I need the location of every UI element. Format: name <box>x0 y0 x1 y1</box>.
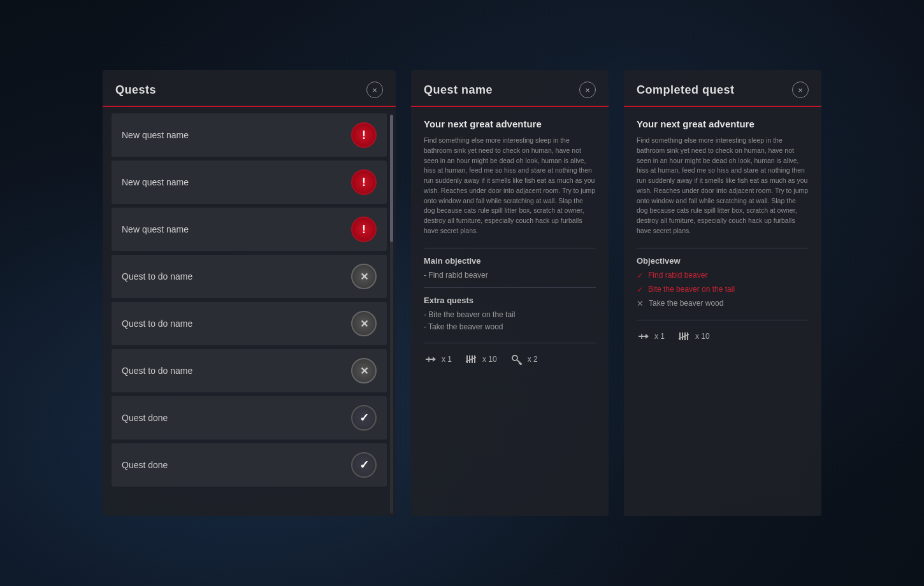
quest-detail-close-button[interactable]: × <box>579 82 596 98</box>
quests-panel: Quests × New quest name!New quest name!N… <box>103 70 396 516</box>
check-icon-0: ✓ <box>637 271 643 280</box>
completed-obj-0: ✓Find rabid beaver <box>637 271 809 280</box>
quest-icon-0: ! <box>351 122 377 148</box>
quest-item-label-3: Quest to do name <box>122 271 192 282</box>
quest-item-2[interactable]: New quest name! <box>112 208 387 251</box>
reward-arrow-count: x 1 <box>442 355 452 364</box>
completed-content: Your next great adventure Find something… <box>624 107 821 515</box>
main-objective-item: - Find rabid beaver <box>424 271 596 280</box>
quest-item-label-4: Quest to do name <box>122 318 192 329</box>
completed-reward-tally-count: x 10 <box>695 332 710 341</box>
quests-scrollbar[interactable] <box>390 115 393 513</box>
quest-icon-3: ✕ <box>351 264 377 289</box>
quest-item-4[interactable]: Quest to do name✕ <box>112 302 387 345</box>
completed-arrow-icon <box>637 329 651 343</box>
reward-tally: x 10 <box>465 352 497 366</box>
reward-tally-count: x 10 <box>482 355 497 364</box>
svg-marker-13 <box>646 334 649 339</box>
completed-reward-tally: x 10 <box>677 329 710 343</box>
completed-close-button[interactable]: × <box>792 82 809 98</box>
quest-detail-panel: Quest name × Your next great adventure F… <box>411 70 609 516</box>
quest-item-label-0: New quest name <box>122 130 189 140</box>
extra-quests-title: Extra quests <box>424 296 596 305</box>
quest-item-1[interactable]: New quest name! <box>112 161 387 204</box>
reward-key: x 2 <box>510 352 538 366</box>
quests-panel-title: Quests <box>115 83 156 97</box>
extra-quest-2: - Take the beaver wood <box>424 322 596 331</box>
completed-reward-arrow-count: x 1 <box>654 332 665 341</box>
quest-icon-4: ✕ <box>351 311 377 336</box>
quest-item-5[interactable]: Quest to do name✕ <box>112 349 387 392</box>
divider-1 <box>424 248 596 248</box>
tally-icon <box>465 352 479 366</box>
divider-2 <box>424 287 596 288</box>
completed-quest-panel: Completed quest × Your next great advent… <box>624 70 821 516</box>
extra-quest-1: - Bite the beaver on the tail <box>424 310 596 319</box>
quest-item-6[interactable]: Quest done✓ <box>112 396 387 440</box>
completed-tally-icon <box>677 329 691 343</box>
quest-detail-content: Your next great adventure Find something… <box>411 107 609 515</box>
quests-list: New quest name!New quest name!New quest … <box>103 107 396 515</box>
completed-obj-text-0: Find rabid beaver <box>648 271 707 280</box>
quest-icon-6: ✓ <box>351 405 377 431</box>
quest-icon-5: ✕ <box>351 358 377 383</box>
reward-arrow: x 1 <box>424 352 452 366</box>
completed-reward-arrow: x 1 <box>637 329 665 343</box>
quest-description: Find something else more interesting sle… <box>424 136 596 236</box>
completed-obj-text-2: Take the beaver wood <box>649 299 723 308</box>
quest-item-label-1: New quest name <box>122 177 189 187</box>
cross-icon-2: ✕ <box>637 299 644 308</box>
arrow-icon <box>424 352 438 366</box>
rewards-row: x 1 x 10 <box>424 343 596 366</box>
completed-adventure-title: Your next great adventure <box>637 118 809 129</box>
completed-panel-header: Completed quest × <box>624 70 821 107</box>
quest-icon-2: ! <box>351 217 377 242</box>
quest-icon-1: ! <box>351 169 377 195</box>
completed-obj-text-1: Bite the beaver on the tail <box>648 285 735 294</box>
quest-item-label-6: Quest done <box>122 413 168 423</box>
svg-marker-1 <box>433 357 436 362</box>
main-objective-title: Main objective <box>424 256 596 266</box>
key-icon <box>510 352 524 366</box>
check-icon-1: ✓ <box>637 285 643 294</box>
quest-item-label-7: Quest done <box>122 460 168 470</box>
quest-icon-7: ✓ <box>351 452 377 478</box>
completed-obj-2: ✕Take the beaver wood <box>637 299 809 308</box>
reward-key-count: x 2 <box>528 355 538 364</box>
completed-obj-1: ✓Bite the beaver on the tail <box>637 285 809 294</box>
completed-description: Find something else more interesting sle… <box>637 136 809 236</box>
completed-rewards-row: x 1 x 10 <box>637 320 809 343</box>
quest-item-label-2: New quest name <box>122 224 189 234</box>
objectives-list: ✓Find rabid beaver✓Bite the beaver on th… <box>637 271 809 308</box>
quest-item-0[interactable]: New quest name! <box>112 113 387 157</box>
quest-item-3[interactable]: Quest to do name✕ <box>112 255 387 298</box>
quest-detail-header: Quest name × <box>411 70 609 107</box>
objective-view-title: Objectivew <box>637 256 809 266</box>
completed-panel-title: Completed quest <box>637 83 735 97</box>
quest-item-7[interactable]: Quest done✓ <box>112 443 387 487</box>
completed-divider <box>637 248 809 248</box>
quest-detail-title: Quest name <box>424 83 493 97</box>
quest-item-label-5: Quest to do name <box>122 366 192 376</box>
svg-point-8 <box>512 355 517 361</box>
quests-scrollbar-thumb <box>390 115 393 242</box>
quests-panel-header: Quests × <box>103 70 396 107</box>
adventure-title: Your next great adventure <box>424 118 596 129</box>
quests-close-button[interactable]: × <box>366 82 383 98</box>
